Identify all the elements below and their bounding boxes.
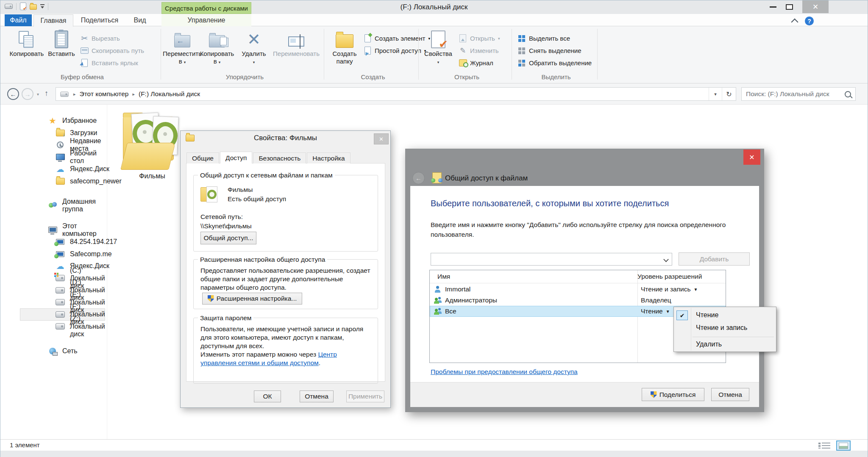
close-button[interactable]: ✕ [802, 0, 829, 13]
easy-access-button[interactable]: Простой доступ ▾ [363, 44, 430, 57]
delete-icon: ✕ [247, 31, 261, 47]
new-item-button[interactable]: Создать элемент ▾ [363, 32, 430, 44]
rename-button[interactable]: Переименовать [271, 29, 322, 58]
history-dropdown-icon[interactable]: ▾ [37, 92, 39, 97]
dropdown-arrow-icon[interactable]: ▼ [694, 287, 698, 292]
ok-button[interactable]: ОК [254, 391, 281, 402]
customize-qat-icon[interactable] [40, 4, 45, 9]
dropdown-arrow-icon: ▾ [253, 60, 255, 64]
dropdown-arrow-icon: ▾ [498, 36, 500, 41]
select-all-button[interactable]: Выделить все [517, 32, 592, 44]
tab-sharing[interactable]: Доступ [220, 152, 252, 163]
search-icon[interactable] [845, 91, 851, 97]
new-folder-button[interactable]: Создатьпапку [328, 29, 362, 65]
dropdown-arrow-icon[interactable]: ▼ [666, 309, 670, 314]
sharing-problems-link[interactable]: Проблемы при предоставлении общего досту… [431, 368, 578, 376]
copy-to-button[interactable]: Копироватьв ▾ [200, 29, 234, 66]
thumbnail-view-icon[interactable] [836, 440, 851, 451]
breadcrumb-arrow-icon: ▸ [132, 91, 135, 97]
divider [324, 29, 324, 80]
cut-button[interactable]: ✂ Вырезать [80, 32, 144, 44]
refresh-icon[interactable]: ↻ [722, 88, 736, 100]
tab-customize[interactable]: Настройка [307, 152, 350, 163]
properties-button[interactable]: ✔ Свойства▾ [422, 29, 454, 66]
apply-button[interactable]: Применить [346, 391, 384, 402]
menu-item-remove[interactable]: Удалить [696, 338, 722, 351]
menu-item-read-write[interactable]: Чтение и запись [696, 321, 747, 334]
dialog-close-button[interactable]: ✕ [743, 150, 760, 165]
invert-selection-button[interactable]: Обратить выделение [517, 57, 592, 69]
share-button[interactable]: Общий доступ... [200, 232, 256, 244]
sidebar-item-homegroup[interactable]: Домашняя группа [0, 199, 107, 212]
back-button[interactable]: ← [412, 172, 425, 184]
add-button[interactable]: Добавить [679, 252, 750, 266]
sidebar-item-drive-z[interactable]: (Z:) Локальный диск [0, 321, 107, 333]
sidebar-item-network-pc-2[interactable]: Safecomp.me [0, 248, 107, 260]
divider [48, 3, 48, 10]
help-icon[interactable]: ? [805, 17, 814, 25]
tab-security[interactable]: Безопасность [253, 152, 306, 163]
advanced-sharing-button[interactable]: Расширенная настройка... [202, 293, 302, 305]
sidebar-item-this-pc[interactable]: Этот компьютер [0, 224, 107, 236]
sidebar-item-network[interactable]: Сеть [0, 345, 107, 357]
search-placeholder: Поиск: (F:) Локальный диск [746, 90, 829, 98]
delete-button[interactable]: ✕ Удалить▾ [239, 29, 269, 66]
copy-path-icon [81, 47, 89, 54]
dialog-close-button[interactable]: ✕ [374, 133, 389, 144]
user-combo-box[interactable] [431, 253, 672, 266]
column-header-level[interactable]: Уровень разрешений [630, 273, 702, 280]
cancel-button[interactable]: Отмена [300, 391, 334, 402]
share-confirm-button[interactable]: Поделиться [642, 388, 704, 401]
tab-general[interactable]: Общие [186, 152, 219, 163]
tab-file[interactable]: Файл [5, 14, 32, 26]
title-bar: Средства работы с дисками (F:) Локальный… [0, 0, 868, 14]
sidebar-item-network-pc-1[interactable]: 84.254.194.217 [0, 236, 107, 248]
copy-path-button[interactable]: Скопировать путь [80, 44, 144, 57]
folder-item-films[interactable]: Фильмы [117, 110, 187, 180]
cancel-button[interactable]: Отмена [711, 388, 749, 401]
sidebar-item-favorites[interactable]: ★Избранное [0, 115, 107, 127]
address-bar[interactable]: ▸ Этот компьютер ▸ (F:) Локальный диск ▾… [56, 87, 736, 101]
dialog-title: Свойства: Фильмы [181, 134, 390, 142]
paste-shortcut-button[interactable]: Вставить ярлык [80, 57, 144, 69]
invert-selection-icon [518, 60, 525, 66]
address-dropdown-icon[interactable]: ▾ [709, 88, 722, 100]
new-folder-qat-icon[interactable] [30, 4, 37, 10]
dvd-folder-icon [120, 110, 184, 172]
minimize-button[interactable] [770, 6, 776, 8]
column-header-name[interactable]: Имя [430, 273, 630, 280]
properties-qat-icon[interactable] [20, 3, 26, 10]
forward-button[interactable]: → [22, 88, 33, 100]
details-view-icon[interactable] [822, 443, 830, 449]
folder-item-label: Фильмы [117, 172, 187, 180]
search-input[interactable]: Поиск: (F:) Локальный диск [741, 87, 856, 101]
select-none-button[interactable]: Снять выделение [517, 44, 592, 57]
menu-item-read[interactable]: Чтение [696, 309, 718, 321]
up-button[interactable]: ↑ [45, 89, 48, 98]
combo-dropdown-icon[interactable] [663, 257, 668, 262]
paste-button[interactable]: Вставить [46, 29, 77, 58]
maximize-button[interactable] [786, 4, 793, 10]
collapse-ribbon-icon[interactable] [791, 19, 798, 26]
breadcrumb-current[interactable]: (F:) Локальный диск [139, 90, 200, 98]
breadcrumb-this-pc[interactable]: Этот компьютер [80, 90, 129, 98]
table-row[interactable]: Администраторы Владелец [430, 295, 726, 306]
dialog-instruction: Введите имя и нажмите кнопку "Добавить" … [431, 220, 737, 239]
system-menu-drive-icon[interactable] [5, 4, 13, 9]
history-button[interactable]: Журнал [459, 57, 500, 69]
back-button[interactable]: ← [7, 88, 19, 100]
sidebar-item-desktop[interactable]: Рабочий стол [0, 151, 107, 163]
sidebar-item-safecomp-folder[interactable]: safecomp_newer [0, 175, 107, 188]
table-row[interactable]: Immortal Чтение и запись▼ [430, 284, 726, 295]
sidebar-item-yandex-disk[interactable]: ☁Яндекс.Диск [0, 163, 107, 175]
group-network-sharing: Общий доступ к сетевым файлам и папкам Ф… [193, 175, 378, 252]
tab-view[interactable]: Вид [126, 14, 154, 26]
edit-button[interactable]: ✎ Изменить [459, 44, 500, 57]
network-path: \\Skynet\фильмы [200, 222, 252, 230]
copy-button[interactable]: Копировать [8, 29, 45, 58]
tab-home[interactable]: Главная [33, 14, 73, 27]
move-to-button[interactable]: ← Переместитьв ▾ [166, 29, 199, 66]
tab-manage[interactable]: Управление [161, 14, 251, 26]
open-button[interactable]: Открыть ▾ [459, 32, 500, 44]
tab-share[interactable]: Поделиться [75, 14, 124, 26]
